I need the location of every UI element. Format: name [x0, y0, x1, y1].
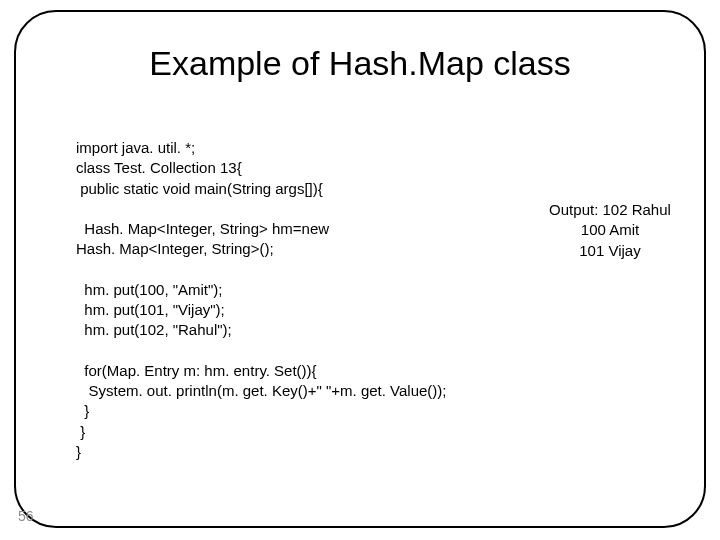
page-number: 56 [18, 508, 34, 524]
slide: Example of Hash.Map class import java. u… [0, 0, 720, 540]
output-line-3: 101 Vijay [530, 241, 690, 261]
code-block: import java. util. *; class Test. Collec… [76, 138, 496, 462]
output-line-1: Output: 102 Rahul [530, 200, 690, 220]
output-line-2: 100 Amit [530, 220, 690, 240]
output-block: Output: 102 Rahul 100 Amit 101 Vijay [530, 200, 690, 261]
slide-title: Example of Hash.Map class [0, 44, 720, 83]
